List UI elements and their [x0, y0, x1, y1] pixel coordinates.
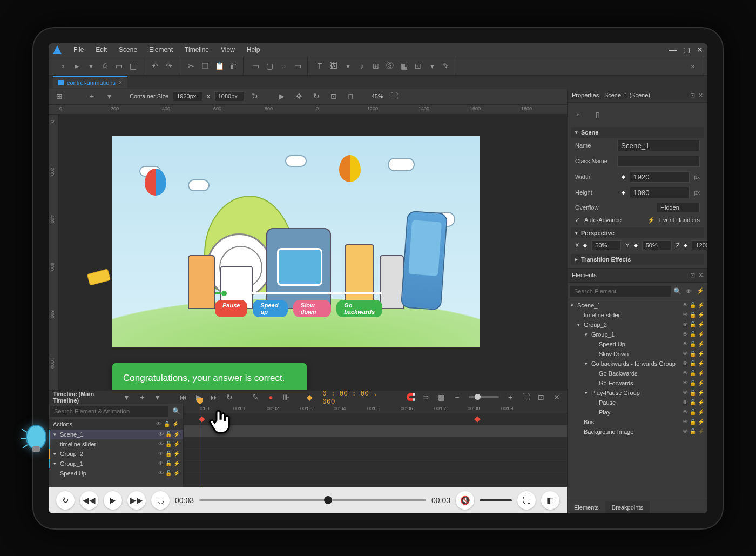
- layout-button[interactable]: ◧: [541, 491, 559, 510]
- fit-icon[interactable]: ⛶: [519, 391, 532, 404]
- search-icon[interactable]: 🔍: [673, 285, 682, 298]
- layout-icon[interactable]: ⊞: [53, 90, 66, 103]
- forward-button[interactable]: ▶▶: [127, 491, 146, 510]
- chev-icon[interactable]: ▾: [152, 391, 164, 404]
- width-input[interactable]: [173, 91, 202, 101]
- play-button[interactable]: ▶: [104, 491, 122, 510]
- video-icon[interactable]: ⊞: [369, 59, 382, 72]
- restore-icon[interactable]: ⊡: [690, 92, 695, 99]
- search-icon[interactable]: 🔍: [171, 405, 182, 418]
- dropdown-icon[interactable]: ▾: [341, 59, 354, 72]
- element-item[interactable]: Speed Up👁🔓⚡: [568, 339, 707, 349]
- timeline-track[interactable]: [184, 425, 567, 437]
- add-icon[interactable]: +: [136, 391, 148, 404]
- line-icon[interactable]: ▭: [291, 59, 304, 72]
- timeline-row[interactable]: ▾Group_1👁🔓⚡: [49, 459, 183, 468]
- menu-element[interactable]: Element: [144, 44, 178, 55]
- timeline-row[interactable]: ▾Scene_1👁🔓⚡: [49, 430, 183, 439]
- rotate-icon[interactable]: ↻: [310, 90, 323, 103]
- menu-help[interactable]: Help: [241, 44, 266, 55]
- rewind-button[interactable]: ◀◀: [80, 491, 98, 510]
- record-icon[interactable]: ●: [265, 391, 277, 404]
- element-item[interactable]: Bus👁🔓⚡: [568, 417, 707, 427]
- cut-icon[interactable]: ✂: [185, 59, 198, 72]
- element-item[interactable]: Play👁🔓⚡: [568, 407, 707, 417]
- paste-icon[interactable]: 📋: [213, 59, 226, 72]
- timeline-search-input[interactable]: [50, 406, 168, 417]
- class-input[interactable]: [617, 156, 700, 167]
- export-icon[interactable]: ⎙: [98, 59, 111, 72]
- expand-icon[interactable]: ⊡: [535, 391, 548, 404]
- slowdown-button[interactable]: Slow down: [293, 300, 331, 317]
- crop-icon[interactable]: ⊡: [327, 90, 340, 103]
- element-item[interactable]: Background Image👁🔓⚡: [568, 427, 707, 437]
- tab-elements[interactable]: Elements: [568, 501, 605, 513]
- y-input[interactable]: 50%: [642, 240, 672, 250]
- chev-icon[interactable]: ▾: [121, 391, 133, 404]
- move-icon[interactable]: ✥: [293, 90, 306, 103]
- speed-button[interactable]: ◡: [151, 491, 170, 510]
- fullscreen-button[interactable]: ⛶: [517, 491, 536, 510]
- transition-section[interactable]: ▸Transition Effects: [571, 254, 704, 265]
- pause-button[interactable]: Pause: [215, 300, 247, 317]
- image-icon[interactable]: 🖼: [327, 59, 340, 72]
- general-tab-icon[interactable]: ▫: [572, 108, 585, 121]
- save-icon[interactable]: ▾: [84, 59, 97, 72]
- overflow-icon[interactable]: »: [686, 59, 699, 72]
- bolt-icon[interactable]: ⚡: [172, 421, 179, 427]
- element-item[interactable]: Go Forwards👁🔓⚡: [568, 378, 707, 388]
- scene-tab-icon[interactable]: ▯: [591, 108, 604, 121]
- timeline-track[interactable]: [184, 461, 567, 473]
- loop-icon[interactable]: ↻: [224, 391, 236, 404]
- goto-end-icon[interactable]: ⏭: [208, 391, 220, 404]
- brush-icon[interactable]: ✎: [440, 59, 453, 72]
- close-icon[interactable]: ✕: [698, 272, 703, 279]
- perspective-section[interactable]: ▾Perspective: [571, 227, 704, 238]
- undo-icon[interactable]: ↶: [148, 59, 161, 72]
- menu-file[interactable]: File: [68, 44, 89, 55]
- scene-section[interactable]: ▾Scene: [571, 127, 704, 138]
- ellipse-icon[interactable]: ○: [277, 59, 290, 72]
- mute-button[interactable]: 🔇: [456, 491, 474, 510]
- fit-icon[interactable]: ⛶: [388, 90, 401, 103]
- element-item[interactable]: Slow Down👁🔓⚡: [568, 349, 707, 359]
- audio-icon[interactable]: ♪: [355, 59, 368, 72]
- player-track[interactable]: [199, 499, 426, 501]
- minimize-icon[interactable]: —: [669, 45, 677, 54]
- timeline-slider[interactable]: [215, 292, 382, 294]
- open-icon[interactable]: ▸: [70, 59, 83, 72]
- menu-timeline[interactable]: Timeline: [179, 44, 214, 55]
- timeline-track[interactable]: [184, 473, 567, 485]
- timeline-ruler[interactable]: 0:0000:0100:0200:0300:0400:0500:0600:070…: [184, 404, 567, 413]
- timeline-row[interactable]: timeline slider👁🔓⚡: [49, 439, 183, 449]
- magnet-icon[interactable]: 🧲: [404, 391, 417, 404]
- keyframe-icon[interactable]: ◆: [304, 391, 316, 404]
- element-item[interactable]: Go Backwards👁🔓⚡: [568, 369, 707, 378]
- div-icon[interactable]: ▭: [249, 59, 262, 72]
- goto-start-icon[interactable]: ⏮: [177, 391, 190, 404]
- element-item[interactable]: timeline slider👁🔓⚡: [568, 310, 707, 320]
- more-icon[interactable]: ▾: [426, 59, 438, 72]
- tab-breakpoints[interactable]: Breakpoints: [605, 501, 650, 513]
- element-item[interactable]: ▾Go backwards - forwards Group👁🔓⚡: [568, 359, 707, 369]
- maximize-icon[interactable]: ▢: [683, 45, 690, 54]
- element-item[interactable]: ▾Group_1👁🔓⚡: [568, 330, 707, 339]
- rect-icon[interactable]: ▢: [263, 59, 276, 72]
- element-item[interactable]: ▾Play-Pause Group👁🔓⚡: [568, 388, 707, 398]
- lock-icon[interactable]: 🔒: [164, 421, 170, 427]
- chev-icon[interactable]: ▾: [103, 90, 116, 103]
- x-input[interactable]: 50%: [591, 240, 621, 250]
- element-item[interactable]: ▾Scene_1👁🔓⚡: [568, 300, 707, 310]
- viewport[interactable]: Pause Speed up Slow down Go backwards Co…: [58, 115, 567, 390]
- gobackwards-button[interactable]: Go backwards: [336, 300, 382, 317]
- symbol-icon[interactable]: Ⓢ: [383, 59, 396, 72]
- eye-icon[interactable]: 👁: [156, 421, 161, 427]
- copy-icon[interactable]: ❐: [199, 59, 212, 72]
- embed-icon[interactable]: ▦: [397, 59, 410, 72]
- menu-edit[interactable]: Edit: [90, 44, 112, 55]
- bolt-icon[interactable]: ⚡: [696, 285, 705, 298]
- event-handlers-link[interactable]: Event Handlers: [659, 217, 700, 223]
- tab-close-icon[interactable]: ×: [119, 79, 122, 85]
- speedup-button[interactable]: Speed up: [253, 300, 287, 317]
- z-input[interactable]: 1200px: [692, 240, 707, 250]
